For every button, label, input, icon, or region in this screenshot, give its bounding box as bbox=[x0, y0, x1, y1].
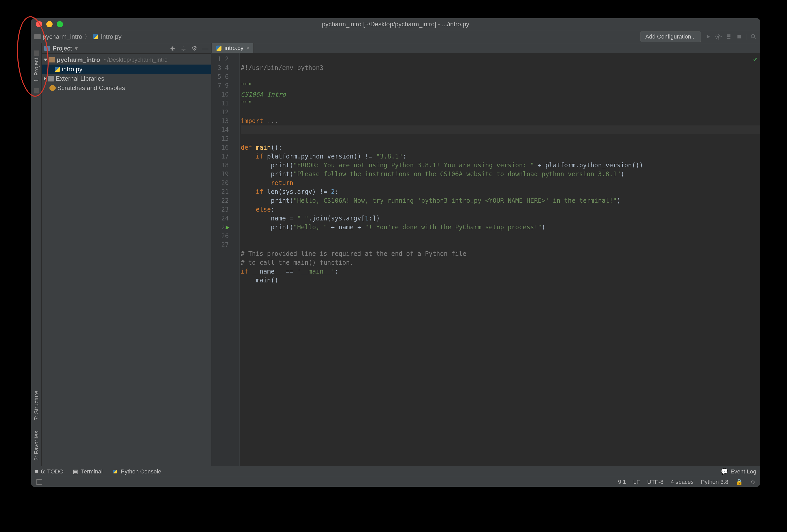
python-file-icon bbox=[93, 34, 99, 40]
list-icon: ≡ bbox=[35, 468, 38, 475]
add-configuration-button[interactable]: Add Configuration... bbox=[640, 31, 701, 42]
debug-icon[interactable] bbox=[715, 33, 722, 40]
tree-scratches-label: Scratches and Consoles bbox=[57, 84, 125, 92]
stop-icon[interactable] bbox=[736, 33, 743, 40]
editor-tab-intro[interactable]: intro.py × bbox=[212, 43, 254, 53]
terminal-tool-button[interactable]: ▣ Terminal bbox=[73, 468, 103, 475]
code-editor[interactable]: ✔#!/usr/bin/env python3 """ CS106A Intro… bbox=[240, 53, 760, 466]
project-tree: pycharm_intro ~/Desktop/pycharm_intro in… bbox=[42, 54, 211, 94]
window-title: pycharm_intro [~/Desktop/pycharm_intro] … bbox=[31, 21, 760, 28]
editor-tabbar: intro.py × bbox=[212, 43, 760, 53]
terminal-label: Terminal bbox=[81, 468, 103, 475]
fold-column bbox=[232, 53, 240, 466]
titlebar: pycharm_intro [~/Desktop/pycharm_intro] … bbox=[31, 18, 760, 30]
pycharm-window: pycharm_intro [~/Desktop/pycharm_intro] … bbox=[31, 18, 760, 487]
status-bar: 9:1 LF UTF-8 4 spaces Python 3.8 🔒 ☺ bbox=[31, 477, 760, 487]
todo-label: 6: TODO bbox=[41, 468, 64, 475]
speech-bubble-icon: 💬 bbox=[721, 468, 728, 475]
svg-rect-1 bbox=[738, 35, 741, 38]
tool-windows-toggle-icon[interactable] bbox=[37, 479, 42, 485]
python-icon bbox=[113, 469, 118, 474]
python-console-label: Python Console bbox=[121, 468, 161, 475]
navigation-bar: pycharm_intro 〉 intro.py Add Configurati… bbox=[31, 30, 760, 43]
disclosure-down-icon[interactable] bbox=[44, 59, 47, 61]
project-view-icon bbox=[44, 46, 50, 51]
line-gutter: 1 2 3 4 5 6 7 9 10 11 12 13 14 15 16 17 … bbox=[212, 53, 232, 466]
rail-project-label: 1: Project bbox=[33, 58, 40, 82]
caret-position[interactable]: 9:1 bbox=[618, 478, 626, 485]
terminal-icon: ▣ bbox=[73, 468, 78, 475]
svg-point-2 bbox=[751, 34, 754, 38]
indent-setting[interactable]: 4 spaces bbox=[671, 478, 694, 485]
toolbar-right: Add Configuration... bbox=[640, 31, 757, 42]
collapse-all-icon[interactable]: ≑ bbox=[180, 45, 187, 52]
inspection-ok-icon[interactable]: ✔ bbox=[753, 55, 757, 64]
tree-ext-lib-label: External Libraries bbox=[56, 75, 104, 82]
rail-favorites[interactable]: 2: Favorites bbox=[33, 431, 40, 461]
tree-file-label: intro.py bbox=[62, 66, 83, 73]
interpreter-label[interactable]: Python 3.8 bbox=[701, 478, 728, 485]
project-rail-icon bbox=[34, 50, 39, 56]
file-encoding[interactable]: UTF-8 bbox=[647, 478, 663, 485]
tree-scratches[interactable]: Scratches and Consoles bbox=[42, 83, 211, 93]
tab-label: intro.py bbox=[225, 45, 243, 51]
python-console-tool-button[interactable]: Python Console bbox=[112, 468, 161, 475]
run-gutter-icon[interactable]: ▶ bbox=[226, 223, 229, 232]
breadcrumb-project[interactable]: pycharm_intro bbox=[43, 33, 82, 40]
folder-icon bbox=[34, 34, 41, 39]
tree-root[interactable]: pycharm_intro ~/Desktop/pycharm_intro bbox=[42, 55, 211, 65]
scratch-icon bbox=[49, 85, 56, 91]
python-file-icon bbox=[216, 45, 222, 51]
locate-icon[interactable]: ⊕ bbox=[169, 45, 176, 52]
editor-body: 1 2 3 4 5 6 7 9 10 11 12 13 14 15 16 17 … bbox=[212, 53, 760, 466]
close-tab-icon[interactable]: × bbox=[246, 45, 249, 51]
main-body: 1: Project 7: Structure 2: Favorites Pro… bbox=[31, 43, 760, 466]
library-icon bbox=[48, 76, 54, 82]
tree-root-label: pycharm_intro bbox=[57, 56, 100, 64]
breadcrumb-file[interactable]: intro.py bbox=[101, 33, 122, 40]
tree-file-intro[interactable]: intro.py bbox=[42, 65, 211, 74]
hide-panel-icon[interactable]: — bbox=[202, 45, 209, 52]
project-tool-window: Project ▾ ⊕ ≑ ⚙ — pycharm_intro ~/Deskto… bbox=[42, 43, 212, 466]
breadcrumb: pycharm_intro 〉 intro.py bbox=[34, 33, 122, 41]
svg-point-0 bbox=[717, 36, 720, 38]
todo-tool-button[interactable]: ≡ 6: TODO bbox=[35, 468, 64, 475]
line-separator[interactable]: LF bbox=[633, 478, 640, 485]
tree-external-libraries[interactable]: External Libraries bbox=[42, 74, 211, 83]
rail-structure[interactable]: 7: Structure bbox=[33, 391, 40, 420]
inspector-icon[interactable]: ☺ bbox=[750, 478, 756, 485]
folder-icon bbox=[49, 57, 55, 62]
event-log-button[interactable]: 💬 Event Log bbox=[721, 468, 756, 475]
event-log-label: Event Log bbox=[730, 468, 756, 475]
project-panel-tools: ⊕ ≑ ⚙ — bbox=[169, 45, 209, 52]
project-panel-title[interactable]: Project bbox=[52, 45, 72, 52]
rail-favorites-label: 2: Favorites bbox=[33, 431, 40, 461]
left-tool-rail: 1: Project 7: Structure 2: Favorites bbox=[31, 43, 42, 466]
run-with-coverage-icon[interactable] bbox=[725, 33, 732, 40]
search-icon[interactable] bbox=[750, 33, 757, 40]
project-panel-header: Project ▾ ⊕ ≑ ⚙ — bbox=[42, 43, 211, 54]
lock-icon[interactable]: 🔒 bbox=[736, 478, 743, 485]
bookmarks-rail-icon[interactable] bbox=[34, 88, 39, 93]
gear-icon[interactable]: ⚙ bbox=[191, 45, 198, 52]
editor-area: intro.py × 1 2 3 4 5 6 7 9 10 11 12 13 1… bbox=[212, 43, 760, 466]
disclosure-right-icon[interactable] bbox=[44, 77, 46, 80]
run-icon[interactable] bbox=[704, 33, 711, 40]
rail-project[interactable]: 1: Project bbox=[33, 50, 40, 82]
chevron-down-icon[interactable]: ▾ bbox=[75, 45, 78, 52]
python-file-icon bbox=[54, 66, 60, 72]
bottom-toolbar: ≡ 6: TODO ▣ Terminal Python Console 💬 Ev… bbox=[31, 466, 760, 477]
chevron-right-icon: 〉 bbox=[84, 33, 90, 41]
tree-root-path: ~/Desktop/pycharm_intro bbox=[104, 57, 168, 63]
rail-structure-label: 7: Structure bbox=[33, 391, 40, 420]
